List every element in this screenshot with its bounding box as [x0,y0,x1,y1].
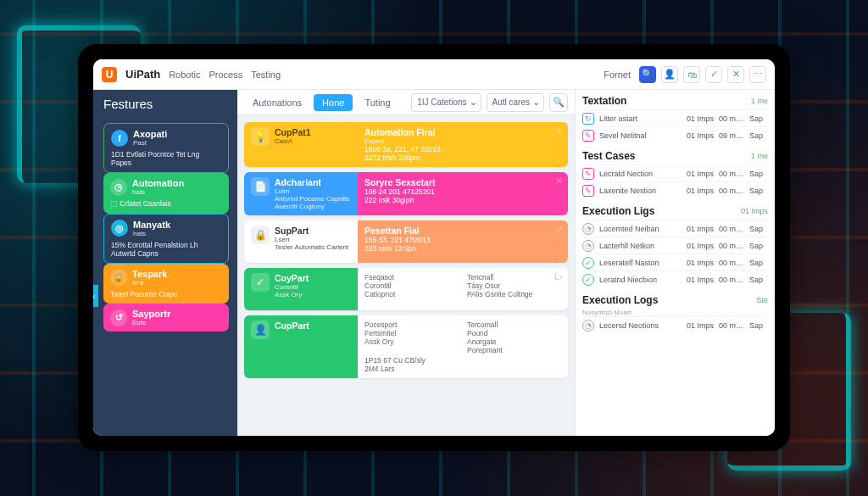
top-right-label: Fornet [604,70,631,80]
device-frame: U UiPath Robotic Process Testing Fornet … [78,44,790,451]
tab-hone[interactable]: Hone [314,94,353,111]
section-link[interactable]: 01 Imps [741,207,768,215]
status-icon: ◔ [582,223,594,235]
sidebar-title: Festures [103,97,229,111]
top-bar: U UiPath Robotic Process Testing Fornet … [93,59,775,90]
user-icon[interactable]: 👤 [661,66,678,83]
bag-icon[interactable]: 🛍 [683,66,700,83]
status-icon: ✎ [582,185,594,197]
card-close[interactable]: L› [554,271,563,281]
automation-card[interactable]: 🔒SupPartLserrTester Automatic Carlent⤢Pe… [244,220,568,263]
section-link[interactable]: 1 Ine [751,152,768,160]
search-icon[interactable]: 🔍 [549,93,568,112]
sidebar-item[interactable]: ◎Manyatkhats15% Eorottal Penalstion Lh A… [103,214,229,264]
sidebar-item[interactable]: ↺SayportrEute [103,304,229,332]
list-item[interactable]: ◔Lecersd Neotions01 Imps00 m…Sap [582,316,768,333]
topnav-item[interactable]: Process [209,70,242,80]
section-title: Execution Ligs [582,205,654,217]
filter-select-1[interactable]: 1IJ Catetions [411,93,481,112]
card-icon: 💡 [251,127,270,146]
close-icon[interactable]: ✕ [727,66,744,83]
right-section: Execution LogsSteNosyntnzl Moart◔Lecersd… [576,289,775,335]
automation-card[interactable]: 💡CupPat1Casvt✕Automation FiralExpert1606… [244,122,568,167]
tab-autonations[interactable]: Autonations [244,94,310,111]
top-nav: Robotic Process Testing [169,70,281,80]
section-link[interactable]: Ste [756,296,768,304]
card-icon: 🔒 [251,226,270,244]
list-item[interactable]: ✓Leseratelf Naston01 Imps00 m…Sap [582,254,768,270]
card-close[interactable]: ✕ [555,176,563,187]
status-icon: ◔ [582,240,594,252]
app-screen: U UiPath Robotic Process Testing Fornet … [93,59,775,436]
more-icon[interactable]: ⋯ [749,66,766,83]
sidebar-item[interactable]: 🔒TesparkfentTatert Pocume Cnipe [103,264,229,304]
status-icon: ✓ [582,257,594,269]
filter-select-2[interactable]: Autl cares [487,93,544,112]
sidebar-collapse[interactable]: ‹ [93,285,98,307]
center-panel: AutonationsHoneTuting 1IJ Catetions Autl… [237,90,575,436]
section-link[interactable]: 1 Ine [751,97,768,105]
card-close[interactable]: ⤢ [555,224,563,235]
automation-card[interactable]: 📄AdchariantLolmAntsmd Pocume CapnfleAuer… [244,172,568,215]
list-item[interactable]: ◔Locemted Neiban01 Imps00 m…Sap [582,220,768,237]
brand-mark: U [102,67,117,82]
tab-tuting[interactable]: Tuting [356,94,398,111]
topnav-item[interactable]: Robotic [169,70,200,80]
section-title: Execution Logs [582,294,658,306]
list-item[interactable]: ✎Sevel Netitnal01 Imps09 m…Sap [582,126,768,143]
card-icon: 📄 [251,177,270,196]
sidebar-item[interactable]: ◷Automationhats⬚ Crlatet Gsanlais [103,173,229,213]
status-icon: ↻ [582,113,594,125]
right-section: Test Cases1 Ine✎Lecratd Nection01 Imps00… [576,145,775,200]
right-section: Execution Ligs01 Imps◔Locemted Neiban01 … [576,200,775,289]
card-icon: 👤 [251,320,270,339]
sidebar-item[interactable]: fAxopatiPast1D1 Evtlati Pocntce Tet Lng … [103,123,229,173]
section-title: Test Cases [582,150,635,162]
topnav-item[interactable]: Testing [251,70,281,80]
list-item[interactable]: ✎Lecratd Nection01 Imps00 m…Sap [582,164,768,181]
card-close[interactable]: ✕ [555,125,563,137]
right-panel: Textation1 Ine↻Litter astart01 Imps00 m…… [575,90,775,436]
status-icon: ✎ [582,130,594,142]
status-icon: ✓ [582,274,594,286]
automation-card[interactable]: 👤CupPartPocesportFertsmitelAssk OryTerco… [244,315,568,378]
list-item[interactable]: ◔Lacterhll Netkon01 Imps00 m…Sap [582,237,768,254]
status-icon: ✎ [582,168,594,180]
list-item[interactable]: ✎Laxenite Nestion01 Imps00 m…Sap [582,181,768,198]
brand-name: UiPath [125,68,160,81]
section-title: Textation [582,95,626,107]
search-icon[interactable]: 🔍 [639,66,656,83]
sidebar: ‹ Festures fAxopatiPast1D1 Evtlati Pocnt… [93,90,237,436]
center-tabs: AutonationsHoneTuting 1IJ Catetions Autl… [237,90,575,115]
list-item[interactable]: ✓Leratnd Niecbion01 Imps00 m…Sap [582,270,768,287]
automation-card[interactable]: ✓CoyPartCorentitAssk OryL›FseqasotCoront… [244,268,568,310]
right-section: Textation1 Ine↻Litter astart01 Imps00 m…… [576,90,775,145]
check-icon[interactable]: ✓ [705,66,722,83]
list-item[interactable]: ↻Litter astart01 Imps00 m…Sap [582,109,768,126]
status-icon: ◔ [582,320,594,332]
card-icon: ✓ [251,273,270,292]
